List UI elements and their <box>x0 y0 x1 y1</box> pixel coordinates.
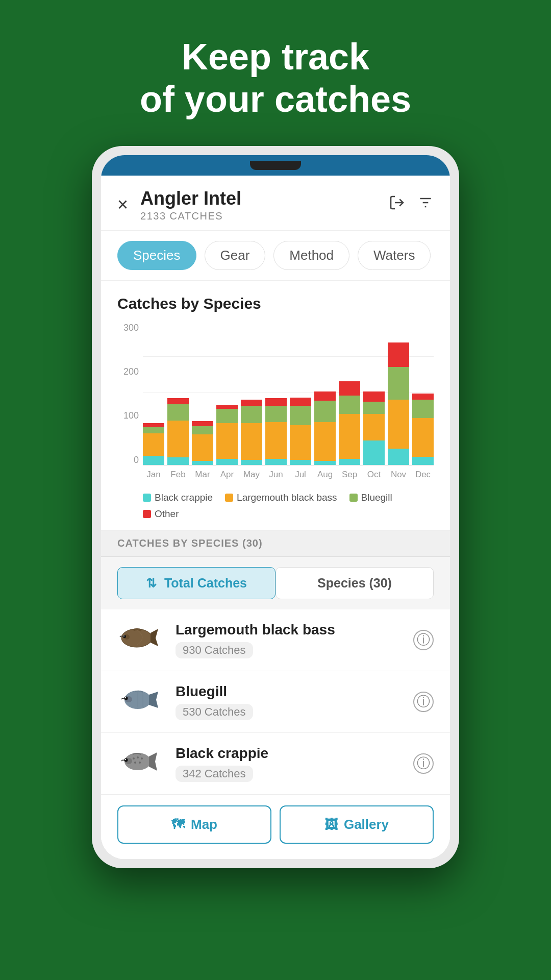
sort-total-catches[interactable]: ⇅ Total Catches <box>117 567 276 599</box>
header-title-block: Angler Intel 2133 CATCHES <box>140 188 389 222</box>
fish-item-crappie: Black crappie 342 Catches ⓘ <box>101 733 450 795</box>
x-aug: Aug <box>314 467 336 486</box>
svg-point-20 <box>139 762 141 764</box>
bar-crappie-7 <box>314 461 336 465</box>
bar-bluegill-1 <box>167 404 189 421</box>
app-title: Angler Intel <box>140 188 389 209</box>
tab-species[interactable]: Species <box>117 241 196 270</box>
fish-item-largemouth: Largemouth black bass 930 Catches ⓘ <box>101 609 450 671</box>
svg-point-11 <box>125 697 126 698</box>
bar-bluegill-2 <box>192 426 213 434</box>
info-button-bluegill[interactable]: ⓘ <box>413 692 434 712</box>
svg-point-16 <box>133 757 135 760</box>
fish-name-largemouth: Largemouth black bass <box>176 622 413 638</box>
bar-other-1 <box>167 398 189 404</box>
info-button-largemouth[interactable]: ⓘ <box>413 630 434 650</box>
bar-crappie-11 <box>412 457 434 465</box>
x-sep: Sep <box>339 467 360 486</box>
bar-other-9 <box>363 391 385 402</box>
bar-bass-1 <box>167 421 189 457</box>
filter-icon[interactable] <box>417 194 434 215</box>
bottom-actions: 🗺 Map 🖼 Gallery <box>101 795 450 859</box>
export-icon[interactable] <box>389 194 405 215</box>
bar-group-7 <box>314 323 336 465</box>
svg-point-15 <box>125 758 126 760</box>
x-dec: Dec <box>412 467 434 486</box>
bar-crappie-10 <box>388 449 409 465</box>
bar-bluegill-3 <box>216 409 238 423</box>
bar-bass-6 <box>290 425 311 460</box>
tab-method[interactable]: Method <box>273 241 349 270</box>
map-button[interactable]: 🗺 Map <box>117 805 271 844</box>
hero-line1: Keep track <box>182 36 369 77</box>
bar-other-10 <box>388 342 409 367</box>
bar-bluegill-11 <box>412 400 434 418</box>
legend-bluegill: Bluegill <box>349 492 392 503</box>
list-header: CATCHES BY SPECIES (30) <box>101 530 450 557</box>
bar-crappie-1 <box>167 457 189 464</box>
bar-group-0 <box>143 323 164 465</box>
bar-other-3 <box>216 405 238 409</box>
bar-group-1 <box>167 323 189 465</box>
bar-crappie-8 <box>339 459 360 464</box>
bar-other-0 <box>143 423 164 427</box>
bar-bass-0 <box>143 433 164 456</box>
fish-catches-bluegill: 530 Catches <box>176 704 253 720</box>
sort-species[interactable]: Species (30) <box>276 567 434 599</box>
fish-catches-largemouth: 930 Catches <box>176 642 253 658</box>
list-section: CATCHES BY SPECIES (30) ⇅ Total Catches … <box>101 530 450 795</box>
x-feb: Feb <box>167 467 189 486</box>
x-jun: Jun <box>265 467 287 486</box>
tab-waters[interactable]: Waters <box>358 241 431 270</box>
bar-other-8 <box>339 381 360 396</box>
info-button-crappie[interactable]: ⓘ <box>413 753 434 774</box>
bar-bass-7 <box>314 422 336 461</box>
tab-gear[interactable]: Gear <box>205 241 266 270</box>
bar-bass-3 <box>216 423 238 459</box>
bar-crappie-9 <box>363 440 385 465</box>
y-label-200: 200 <box>123 366 139 377</box>
bar-other-11 <box>412 394 434 400</box>
chart-section: Catches by Species 300 200 100 0 <box>101 281 450 530</box>
bar-group-5 <box>265 323 287 465</box>
y-label-300: 300 <box>123 323 139 333</box>
fish-list: Largemouth black bass 930 Catches ⓘ <box>101 609 450 795</box>
chart-title: Catches by Species <box>117 295 434 312</box>
bar-bass-5 <box>265 422 287 459</box>
x-may: May <box>241 467 262 486</box>
gallery-button[interactable]: 🖼 Gallery <box>280 805 434 844</box>
y-label-100: 100 <box>123 410 139 421</box>
x-jan: Jan <box>143 467 164 486</box>
sort-tabs: ⇅ Total Catches Species (30) <box>117 567 434 599</box>
fish-info-crappie: Black crappie 342 Catches <box>176 745 413 782</box>
category-tabs: Species Gear Method Waters <box>101 231 450 281</box>
sort-icon: ⇅ <box>146 576 157 590</box>
bar-crappie-6 <box>290 460 311 465</box>
fish-info-largemouth: Largemouth black bass 930 Catches <box>176 622 413 658</box>
x-apr: Apr <box>216 467 238 486</box>
svg-point-17 <box>137 756 139 758</box>
map-icon: 🗺 <box>171 817 185 832</box>
fish-image-bluegill <box>117 687 163 717</box>
phone-screen: × Angler Intel 2133 CATCHES <box>101 155 450 859</box>
fish-item-bluegill: Bluegill 530 Catches ⓘ <box>101 671 450 733</box>
legend-dot-bluegill <box>349 494 358 502</box>
bar-crappie-0 <box>143 456 164 465</box>
legend-dot-bass <box>225 494 233 502</box>
bar-bluegill-6 <box>290 406 311 425</box>
bar-other-7 <box>314 391 336 401</box>
bar-group-2 <box>192 323 213 465</box>
bar-other-6 <box>290 398 311 406</box>
fish-name-bluegill: Bluegill <box>176 683 413 700</box>
bars-container <box>143 323 434 465</box>
bar-bluegill-5 <box>265 406 287 422</box>
hero-text: Keep track of your catches <box>99 0 452 146</box>
chart-legend: Black crappie Largemouth black bass Blue… <box>117 486 434 522</box>
y-axis: 300 200 100 0 <box>117 323 143 465</box>
bar-bass-10 <box>388 400 409 449</box>
status-bar <box>101 155 450 176</box>
close-button[interactable]: × <box>117 194 128 215</box>
x-mar: Mar <box>192 467 213 486</box>
x-oct: Oct <box>363 467 385 486</box>
phone-frame: × Angler Intel 2133 CATCHES <box>92 146 459 868</box>
